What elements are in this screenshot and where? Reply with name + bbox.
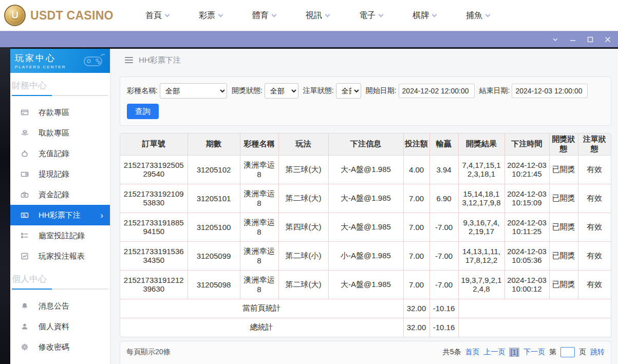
cell-draw-result: 14,13,1,11,17,8,12,2: [458, 241, 504, 270]
prev-page-link[interactable]: 上一页: [483, 348, 505, 357]
next-page-link[interactable]: 下一页: [523, 348, 545, 357]
page-number-input[interactable]: [560, 347, 575, 357]
logo-letter: U: [11, 10, 18, 21]
cell-bet-time: 2024-12-03 10:05:36: [504, 241, 549, 270]
start-date-input[interactable]: [399, 84, 475, 98]
window-minimize-button[interactable]: [567, 34, 579, 45]
sidebar-item-withdrawal-record[interactable]: 提現記錄: [10, 164, 110, 184]
report-chart-icon: [20, 252, 29, 260]
cell-win-loss: 3.94: [429, 155, 458, 184]
cell-bet-amount: 7.00: [403, 184, 429, 213]
sidebar-item-funds-record[interactable]: 資金記錄: [10, 184, 110, 205]
chevron-down-icon: [552, 36, 558, 43]
page-suffix-label: 页: [579, 348, 586, 357]
cell-win-loss: -7.00: [429, 270, 458, 299]
main-content: HH彩票下注 彩種名稱: 全部 開獎狀態: 全部 注單狀態: 全部 開始日期:: [110, 49, 618, 364]
cell-lottery-name: 澳洲幸运8: [240, 270, 278, 299]
hamburger-menu-icon[interactable]: [125, 57, 133, 63]
chevron-right-icon: ›: [100, 211, 103, 220]
sidebar-item-room-bet-record[interactable]: 廳室投註記錄: [10, 225, 110, 246]
header-period: 期數: [188, 133, 240, 155]
money-bag-icon: [20, 149, 29, 158]
table-row: 2152173319250529540 31205102 澳洲幸运8 第三球(大…: [120, 155, 611, 184]
cell-lottery-name: 澳洲幸运8: [240, 241, 278, 270]
sidebar-item-deposit[interactable]: 存款專區: [10, 102, 110, 123]
page-summary-empty: [458, 299, 611, 318]
section-divider: [12, 95, 108, 96]
funds-wallet-icon: [20, 190, 29, 199]
cell-bet-amount: 7.00: [403, 241, 429, 270]
header-lottery-name: 彩種名稱: [240, 133, 278, 155]
sidebar-item-player-bet-report[interactable]: 玩家投注報表: [10, 246, 110, 266]
header-bet-time: 下注時間: [504, 133, 549, 155]
table-row: 2152173319121239630 31205098 澳洲幸运8 第二球(大…: [120, 270, 611, 299]
jump-link[interactable]: 跳转: [590, 348, 605, 357]
cell-lottery-name: 澳洲幸运8: [240, 213, 278, 241]
finance-menu: 存款專區 取款專區 充值記錄 提現記錄 資金記錄: [10, 96, 110, 266]
sidebar-item-profile[interactable]: 個人資料: [10, 316, 110, 337]
cell-period: 31205099: [188, 241, 240, 270]
nav-item-sports[interactable]: 體育: [237, 10, 291, 21]
main-nav: 首頁 彩票 體育 視訊 電子 棋牌 捕魚: [130, 10, 504, 21]
sidebar-item-change-password[interactable]: 修改密碼: [10, 337, 110, 357]
logo-text: USDT CASINO: [30, 9, 114, 23]
cell-bet-time: 2024-12-03 10:11:25: [504, 213, 549, 241]
window-close-button[interactable]: [602, 34, 614, 45]
page-summary-label: 當前頁統計: [120, 299, 403, 318]
cell-draw-status: 已開獎: [549, 155, 578, 184]
first-page-link[interactable]: 首页: [465, 348, 479, 357]
logo-coin-icon: U: [4, 5, 26, 26]
nav-item-lottery[interactable]: 彩票: [184, 10, 237, 21]
gear-icon: [20, 343, 29, 351]
nav-item-boardgames[interactable]: 棋牌: [398, 10, 451, 21]
window-collapse-button[interactable]: [549, 34, 561, 45]
cell-order-no: 2152173319250529540: [120, 155, 188, 184]
sidebar-item-recharge-record[interactable]: 充值記錄: [10, 143, 110, 164]
total-summary-row: 總統計 32.00 -10.16: [120, 318, 611, 337]
lottery-name-label: 彩種名稱:: [127, 86, 158, 95]
cell-bet-amount: 7.00: [403, 213, 429, 241]
nav-item-video[interactable]: 視訊: [291, 10, 344, 21]
draw-status-select[interactable]: 全部: [265, 83, 298, 99]
chevron-down-icon: [165, 12, 170, 17]
query-button[interactable]: 查詢: [127, 104, 159, 119]
end-date-input[interactable]: [512, 84, 588, 98]
sidebar-item-label: 消息公告: [39, 301, 69, 311]
order-status-select[interactable]: 全部: [336, 83, 361, 99]
cell-order-no: 2152173319188594150: [120, 213, 188, 241]
bet-ticket-icon: [20, 211, 29, 219]
bet-records-table: 訂單號 期數 彩種名稱 玩法 下注信息 投注額 輸贏 開獎結果 下注時間 開獎狀…: [120, 133, 611, 337]
chevron-down-icon: [325, 12, 330, 17]
cell-order-status: 有效: [578, 241, 611, 270]
header-play: 玩法: [278, 133, 328, 155]
pagination-bar: 每頁顯示20條 共5条 首页 上一页 [1] 下一页 第 页 跳转: [120, 341, 611, 364]
cell-bet-info: 小-A盤@1.985: [328, 241, 403, 270]
cell-win-loss: -7.00: [429, 241, 458, 270]
list-icon: [20, 232, 29, 240]
cell-bet-time: 2024-12-03 10:15:09: [504, 184, 549, 213]
sidebar-item-label: 提現記錄: [39, 169, 69, 179]
window-maximize-button[interactable]: [584, 34, 596, 45]
page-title: HH彩票下注: [139, 55, 181, 65]
nav-item-electronic[interactable]: 電子: [344, 10, 398, 21]
cell-win-loss: -7.00: [429, 213, 458, 241]
nav-item-home[interactable]: 首頁: [130, 10, 184, 21]
sidebar-item-label: 存款專區: [39, 108, 69, 118]
sidebar-item-withdraw[interactable]: 取款專區: [10, 123, 110, 143]
logo[interactable]: U USDT CASINO: [4, 5, 121, 26]
sidebar-item-messages[interactable]: 消息公告: [10, 296, 110, 316]
lottery-name-select[interactable]: 全部: [160, 83, 227, 99]
maximize-icon: [587, 36, 593, 43]
cell-lottery-name: 澳洲幸运8: [240, 155, 278, 184]
table-body: 2152173319250529540 31205102 澳洲幸运8 第三球(大…: [120, 155, 611, 337]
filter-panel: 彩種名稱: 全部 開獎狀態: 全部 注單狀態: 全部 開始日期: 結束日期:: [120, 76, 611, 126]
sidebar-item-label: 玩家投注報表: [39, 252, 85, 261]
cell-bet-info: 大-A盤@1.985: [328, 155, 403, 184]
cell-period: 31205102: [188, 155, 240, 184]
cell-draw-status: 已開獎: [549, 213, 578, 241]
cell-draw-result: 9,3,16,7,4,2,19,17: [458, 213, 504, 241]
sidebar-item-hh-lottery-bet[interactable]: HH彩票下注 ›: [10, 205, 110, 225]
cell-play: 第三球(大): [278, 155, 328, 184]
cell-play: 第二球(大): [278, 270, 328, 299]
nav-item-fishing[interactable]: 捕魚: [451, 10, 504, 21]
